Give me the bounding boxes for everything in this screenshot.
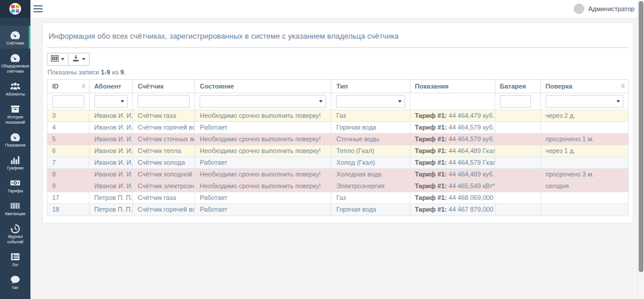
- col-header-meter: Счётчик: [133, 80, 195, 93]
- grid-toolbar: [47, 53, 629, 66]
- table-row[interactable]: 3Иванов И. И.Счётчик газаНеобходимо сроч…: [47, 110, 629, 122]
- sidebar-item-relay[interactable]: Реле: [0, 293, 30, 299]
- tariff-label: Тариф #1:: [415, 194, 447, 201]
- filter-cell-check: [540, 93, 628, 110]
- col-header-label: Поверка: [546, 83, 573, 90]
- cell-id: 9: [47, 181, 90, 192]
- sidebar-item-meters[interactable]: Счётчики: [0, 26, 30, 49]
- sidebar-item-log[interactable]: Лог: [0, 247, 30, 270]
- cell-type: Горячая вода: [331, 122, 410, 134]
- tariff-label: Тариф #1:: [415, 159, 447, 166]
- col-header-label: Состояние: [200, 83, 234, 90]
- cell-battery: [495, 204, 540, 216]
- cell-abonent: Иванов И. И.: [90, 157, 133, 169]
- filter-input-battery[interactable]: [500, 95, 532, 108]
- sidebar-item-charts[interactable]: Графики: [0, 151, 30, 174]
- sidebar-item-label: Показания: [1, 142, 30, 148]
- cell-id: 3: [47, 110, 90, 122]
- cell-id: 7: [47, 157, 90, 169]
- users-icon: [1, 80, 30, 91]
- cell-meter: Счётчик холода: [133, 157, 195, 169]
- sort-icon[interactable]: [621, 83, 625, 89]
- toggle-icon: [1, 296, 30, 299]
- col-header-battery: Батарея: [495, 80, 540, 93]
- tariff-label: Тариф #1:: [415, 147, 447, 154]
- toggle-columns-button[interactable]: [47, 53, 68, 66]
- cell-check: [540, 157, 628, 169]
- cell-state: Работает: [195, 204, 331, 216]
- col-header-check[interactable]: Поверка: [540, 80, 628, 93]
- filter-cell-type: [331, 93, 410, 110]
- cell-state: Работает: [195, 192, 331, 204]
- cell-reading: Тариф #1: 44 465,549 кВт*ч: [410, 181, 495, 192]
- col-header-label: Показания: [415, 83, 449, 90]
- cell-abonent: Петров П. П.: [90, 204, 133, 216]
- reading-value: 44 464,479 куб. м: [448, 112, 495, 119]
- table-row[interactable]: 4Иванов И. И.Счётчик горячей водыРаботае…: [47, 122, 629, 134]
- cell-reading: Тариф #1: 44 464,579 куб. м: [410, 134, 495, 145]
- filter-select-abonent[interactable]: [94, 95, 128, 108]
- sidebar-item-label: Журнал событий: [1, 234, 30, 244]
- filter-cell-id: [47, 93, 90, 110]
- sidebar-item-house-meters[interactable]: Общедомовые счётчики: [0, 49, 30, 77]
- caret-down-icon: [82, 58, 85, 60]
- col-header-type: Тип: [331, 80, 410, 93]
- cell-battery: [495, 192, 540, 204]
- export-button[interactable]: [68, 53, 90, 66]
- filter-input-meter[interactable]: [138, 95, 190, 108]
- table-row[interactable]: 5Иванов И. И.Счётчик сточных водНеобходи…: [47, 134, 629, 145]
- reading-value: 44 468 069,000 куб. м: [448, 194, 495, 201]
- cell-check: просрочено 3 м.: [540, 169, 628, 181]
- col-header-label: ID: [52, 83, 59, 90]
- history-icon: [1, 222, 30, 234]
- table-header-row: IDАбонентСчётчикСостояниеТипПоказанияБат…: [47, 80, 629, 93]
- filter-input-id[interactable]: [52, 95, 84, 108]
- cell-check: просрочено 1 м.: [540, 134, 628, 145]
- menu-toggle-icon[interactable]: [33, 2, 43, 15]
- table-row[interactable]: 6Иванов И. И.Счётчик теплаНеобходимо сро…: [47, 145, 629, 157]
- cell-battery: [495, 145, 540, 157]
- sidebar-item-label: Тарифы: [1, 188, 30, 193]
- col-header-id[interactable]: ID: [47, 80, 90, 93]
- filter-select-state[interactable]: [200, 95, 326, 108]
- scrollbar-thumb[interactable]: [639, 1, 643, 272]
- table-row[interactable]: 8Иванов И. И.Счётчик холодной водыНеобхо…: [47, 169, 629, 181]
- sidebar-item-chat[interactable]: Чат: [0, 270, 30, 293]
- user-menu[interactable]: Администратор: [574, 4, 635, 14]
- tariff-label: Тариф #1:: [415, 112, 447, 119]
- filter-select-type[interactable]: [336, 95, 405, 108]
- sort-icon[interactable]: [81, 83, 86, 89]
- cell-meter: Счётчик горячей воды: [133, 204, 195, 216]
- page-scrollbar[interactable]: [638, 0, 644, 299]
- app-root: СчётчикиОбщедомовые счётчикиАбонентыИсто…: [0, 0, 644, 299]
- filter-cell-reading: [410, 93, 495, 110]
- cell-check: [540, 204, 628, 216]
- cell-meter: Счётчик электроэнергии: [133, 181, 195, 192]
- cell-state: Необходимо срочно выполнить поверку!: [195, 181, 331, 192]
- sidebar-item-receipts[interactable]: Квитанции: [0, 196, 30, 219]
- table-row[interactable]: 17Петров П. П.Счётчик газаРаботаетГазТар…: [47, 192, 629, 204]
- sidebar-item-label: Чат: [1, 285, 30, 290]
- table-row[interactable]: 18Петров П. П.Счётчик горячей водыРабота…: [47, 204, 629, 216]
- cell-abonent: Иванов И. И.: [90, 145, 133, 157]
- sidebar-item-readings[interactable]: Показания: [0, 128, 30, 151]
- app-logo[interactable]: [0, 0, 30, 18]
- barcode-icon: [1, 199, 30, 211]
- table-row[interactable]: 9Иванов И. И.Счётчик электроэнергииНеобх…: [47, 181, 629, 192]
- cell-reading: Тариф #1: 44 464,489 Гкал: [410, 145, 495, 157]
- table-row[interactable]: 7Иванов И. И.Счётчик холодаРаботаетХолод…: [47, 157, 629, 169]
- gauge-icon: [1, 52, 30, 63]
- reading-value: 44 464,489 куб. м: [448, 171, 495, 178]
- sidebar-item-tariffs[interactable]: Тарифы: [0, 174, 30, 196]
- sidebar-item-subscribers[interactable]: Абоненты: [0, 77, 30, 100]
- sidebar-item-events[interactable]: Журнал событий: [0, 219, 30, 247]
- col-header-label: Абонент: [94, 83, 121, 90]
- sidebar-item-history[interactable]: История показаний: [0, 100, 30, 128]
- cell-check: через 2 д.: [540, 110, 628, 122]
- cell-abonent: Иванов И. И.: [90, 110, 133, 122]
- filter-select-check[interactable]: [546, 95, 624, 108]
- col-header-abonent: Абонент: [90, 80, 133, 93]
- cell-state: Необходимо срочно выполнить поверку!: [195, 169, 331, 181]
- sidebar-nav: СчётчикиОбщедомовые счётчикиАбонентыИсто…: [0, 26, 30, 299]
- cell-check: через 1 д.: [540, 145, 628, 157]
